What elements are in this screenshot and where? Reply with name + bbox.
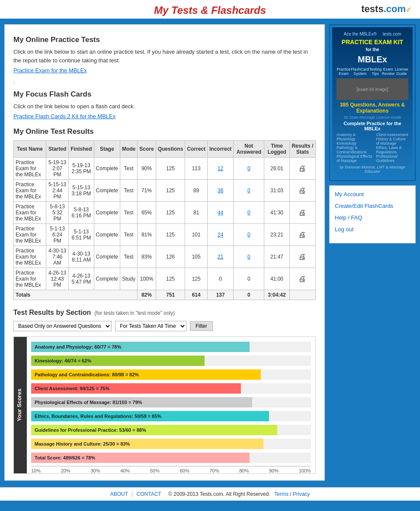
cell-test-name: Practice Exam for the MBLEx xyxy=(14,158,46,180)
cell-stage: Complete xyxy=(94,268,120,290)
cell-time: 26:01 xyxy=(264,158,290,180)
table-row: Practice Exam for the MBLEx5-15-132:44 P… xyxy=(14,180,316,202)
cell-stats[interactable]: 🖨 xyxy=(289,246,315,268)
col-stage: Stage xyxy=(94,141,120,158)
cell-score: 100% xyxy=(138,268,156,290)
page-footer: ABOUT | CONTACT © 2009-2013 Tests.com. A… xyxy=(0,487,420,501)
cell-finished: 5-8-136:16 PM xyxy=(69,202,94,224)
cell-not-answered[interactable]: 0 xyxy=(234,246,264,268)
bar-fill: Physiological Effects of Massage: 81/103… xyxy=(31,397,252,408)
nav-create-flashcards[interactable]: Create/Edit FlashCards xyxy=(335,203,410,209)
cell-stats[interactable]: 🖨 xyxy=(289,180,315,202)
cell-incorrect[interactable]: 21 xyxy=(208,246,234,268)
ad-author: by Donovan Monroe, LMT & Massage Educato… xyxy=(337,165,408,174)
cell-score: 71% xyxy=(138,180,156,202)
x-axis-label: 50% xyxy=(150,468,160,473)
cell-not-answered[interactable]: 0 xyxy=(234,202,264,224)
cell-not-answered: 0 xyxy=(234,268,264,290)
ad-box[interactable]: Ace the MBLEx® tests.com PRACTICE EXAM K… xyxy=(329,24,416,181)
section-results-header: Test Results by Section (for tests taken… xyxy=(13,309,316,317)
bar-row: Physiological Effects of Massage: 81/103… xyxy=(31,397,311,408)
bar-track: Physiological Effects of Massage: 81/103… xyxy=(31,397,311,408)
cell-started: 5-8-135:32 PM xyxy=(46,202,68,224)
cell-score: 65% xyxy=(138,202,156,224)
cell-not-answered[interactable]: 0 xyxy=(234,158,264,180)
nav-logout[interactable]: Log out xyxy=(335,226,410,233)
totals-not-answered: 0 xyxy=(234,290,264,300)
bar-fill: Guidelines for Professional Practice: 53… xyxy=(31,425,277,435)
cell-finished: 5-15-133:18 PM xyxy=(69,180,94,202)
nav-help-faq[interactable]: Help / FAQ xyxy=(335,214,410,221)
cell-incorrect[interactable]: 12 xyxy=(208,158,234,180)
cell-incorrect[interactable]: 44 xyxy=(208,202,234,224)
cell-stats[interactable]: 🖨 xyxy=(289,224,315,246)
ad-license: LicenseGuide xyxy=(395,67,408,76)
flashcards-heading: My Focus Flash Cards xyxy=(13,90,316,99)
bar-row: Kinesiology: 46/74 = 62% xyxy=(31,355,311,366)
cell-time: 41:30 xyxy=(264,202,290,224)
cell-mode: Test xyxy=(120,224,137,246)
cell-questions: 125 xyxy=(156,180,185,202)
cell-stats[interactable]: 🖨 xyxy=(289,158,315,180)
main-wrapper: My Online Practice Tests Click on the li… xyxy=(0,20,420,485)
x-axis-label: 40% xyxy=(120,468,130,473)
bar-track: Massage History and Culture: 25/30 = 83% xyxy=(31,439,311,449)
cell-mode: Test xyxy=(120,180,137,202)
flashcards-link[interactable]: Practice Flash Cards 2 Kit for the MBLEx xyxy=(13,113,115,120)
bar-track: Guidelines for Professional Practice: 53… xyxy=(31,425,311,435)
ad-exam-review: ExamReview xyxy=(382,67,395,76)
x-axis-label: 30% xyxy=(91,468,100,473)
cell-started: 4-26-1312:43 PM xyxy=(46,268,68,290)
footer-contact[interactable]: CONTACT xyxy=(137,491,161,497)
filter-select-1[interactable]: Based Only on Answered QuestionsIncludin… xyxy=(13,321,112,331)
cell-started: 5-1-136:24 PM xyxy=(46,224,68,246)
filter-select-2[interactable]: For Tests Taken All TimeLast 30 DaysLast… xyxy=(115,321,186,331)
cell-stage: Complete xyxy=(94,180,120,202)
cell-mode: Test xyxy=(120,246,137,268)
page-title: My Tests & Flashcards xyxy=(0,4,420,16)
online-tests-desc: Click on the link below to start an onli… xyxy=(13,48,316,65)
footer-terms[interactable]: Terms xyxy=(274,491,289,497)
x-axis-label: 80% xyxy=(239,468,249,473)
cell-correct: 113 xyxy=(185,158,208,180)
footer-privacy[interactable]: Privacy xyxy=(293,491,310,497)
cell-score: 83% xyxy=(138,246,156,268)
bar-row: Total Score: 489/626 = 78% xyxy=(31,452,311,463)
bar-row: Client Assessment: 94/125 = 75% xyxy=(31,383,311,394)
cell-stats[interactable]: 🖨 xyxy=(289,202,315,224)
cell-finished: 5-19-132:35 PM xyxy=(69,158,94,180)
bar-track: Ethics, Boundaries, Rules and Regulation… xyxy=(31,411,311,421)
cell-test-name: Practice Exam for the MBLEx xyxy=(14,202,46,224)
bar-fill: Client Assessment: 94/125 = 75% xyxy=(31,383,241,394)
cell-mode: Test xyxy=(120,158,137,180)
x-axis-label: 20% xyxy=(61,468,71,473)
bar-track: Anatomy and Physiology: 60/77 = 78% xyxy=(31,342,311,352)
sidebar: Ace the MBLEx® tests.com PRACTICE EXAM K… xyxy=(329,24,416,481)
footer-about[interactable]: ABOUT xyxy=(110,491,128,497)
bar-row: Anatomy and Physiology: 60/77 = 78% xyxy=(31,341,311,353)
cell-time: 31:03 xyxy=(264,180,290,202)
cell-incorrect[interactable]: 36 xyxy=(208,180,234,202)
table-row: Practice Exam for the MBLEx5-1-136:24 PM… xyxy=(14,224,316,246)
online-tests-link[interactable]: Practice Exam for the MBLEx xyxy=(13,67,87,74)
table-row: Practice Exam for the MBLEx4-26-1312:43 … xyxy=(14,268,316,290)
bar-row: Pathology and Contraindications: 80/98 =… xyxy=(31,369,311,380)
results-heading: My Online Test Results xyxy=(13,127,316,136)
col-not-answered: Not Answered xyxy=(234,141,264,158)
cell-not-answered[interactable]: 0 xyxy=(234,180,264,202)
bar-fill: Pathology and Contraindications: 80/98 =… xyxy=(31,369,261,380)
nav-my-account[interactable]: My Account xyxy=(335,191,410,197)
cell-not-answered[interactable]: 0 xyxy=(234,224,264,246)
bar-track: Pathology and Contraindications: 80/98 =… xyxy=(31,369,311,380)
cell-time: 41:00 xyxy=(264,268,290,290)
ad-placeholder: Ace the MBLEx® tests.com PRACTICE EXAM K… xyxy=(332,27,413,178)
logo-text: tests xyxy=(361,3,383,14)
cell-stats[interactable]: 🖨 xyxy=(289,268,315,290)
ad-col2: Client Assessment History & Culture of M… xyxy=(376,133,408,163)
x-axis-label: 70% xyxy=(210,468,219,473)
cell-incorrect[interactable]: 24 xyxy=(208,224,234,246)
ad-50-state: 50 State Massage License Guide xyxy=(337,115,408,120)
totals-label: Totals xyxy=(14,290,138,300)
filter-button[interactable]: Filter xyxy=(190,321,213,331)
cell-stage: Complete xyxy=(94,246,120,268)
